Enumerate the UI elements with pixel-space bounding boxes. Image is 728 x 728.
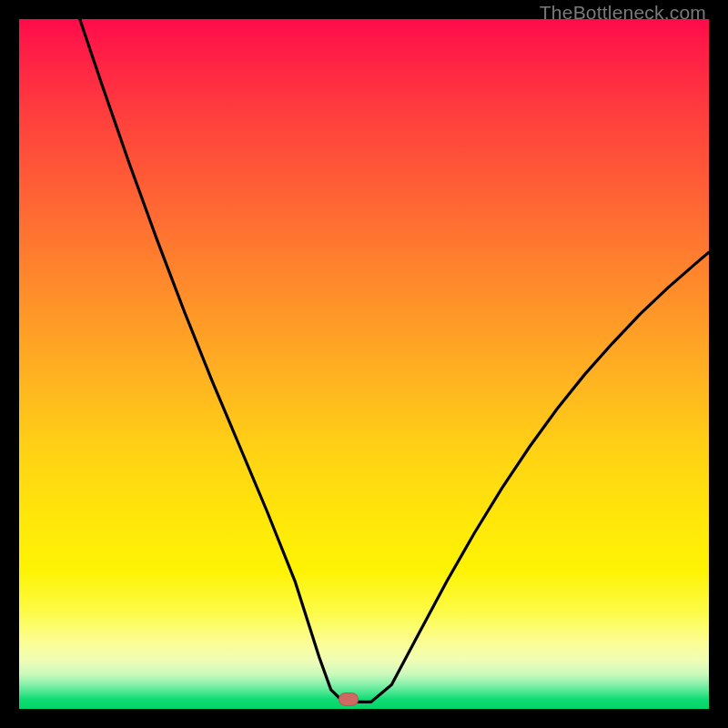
watermark-text: TheBottleneck.com [540, 2, 706, 24]
plot-area [19, 19, 709, 709]
chart-frame: TheBottleneck.com [0, 0, 728, 728]
bottleneck-marker [339, 693, 359, 706]
